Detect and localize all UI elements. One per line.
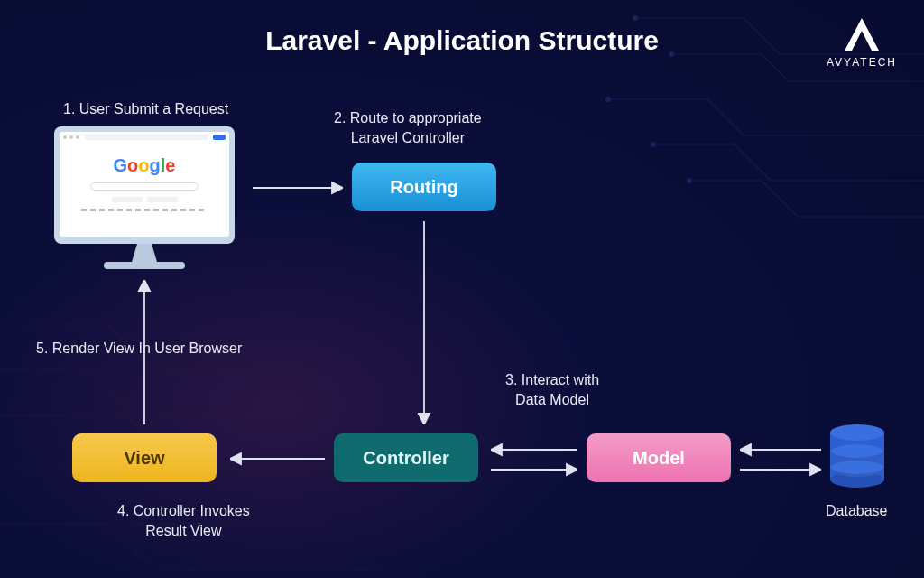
arrow-controller-to-model: [491, 462, 578, 477]
svg-marker-16: [810, 464, 821, 475]
arrow-controller-to-view: [230, 450, 325, 468]
svg-marker-6: [332, 182, 343, 193]
arrow-db-to-model: [740, 443, 821, 457]
arrow-model-to-db: [740, 462, 821, 477]
step-1-label: 1. User Submit a Request: [63, 99, 228, 119]
search-buttons: [112, 197, 178, 202]
user-browser-monitor: Google: [54, 126, 235, 269]
routing-node: Routing: [352, 163, 496, 211]
svg-point-0: [633, 15, 638, 21]
footer-links: [81, 209, 208, 211]
step-2-label: 2. Route to appropriate Laravel Controll…: [334, 108, 482, 147]
svg-point-2: [605, 97, 611, 102]
brand-mark-icon: [841, 16, 882, 52]
search-engine-logo: Google: [114, 155, 176, 176]
view-node: View: [72, 434, 217, 482]
brand-name: AVYATECH: [827, 56, 897, 69]
arrow-model-to-controller: [491, 443, 578, 457]
model-node: Model: [587, 434, 731, 482]
step-4-label: 4. Controller Invokes Result View: [117, 501, 250, 540]
diagram-title: Laravel - Application Structure: [0, 25, 924, 56]
svg-marker-20: [139, 280, 150, 291]
controller-node: Controller: [334, 434, 478, 482]
svg-marker-18: [230, 453, 241, 464]
database-label: Database: [826, 501, 888, 521]
svg-marker-10: [491, 444, 502, 455]
svg-marker-8: [419, 414, 430, 424]
svg-marker-12: [567, 464, 578, 475]
database-icon: [830, 424, 884, 488]
svg-point-3: [651, 142, 656, 147]
browser-chrome-bar: [60, 132, 229, 143]
brand-logo: AVYATECH: [827, 16, 897, 69]
svg-point-4: [687, 178, 692, 183]
arrow-routing-to-controller: [415, 221, 433, 424]
arrow-request-to-routing: [253, 179, 343, 197]
svg-marker-14: [740, 444, 751, 455]
arrow-view-to-browser: [135, 280, 153, 424]
search-bar: [90, 182, 199, 191]
step-3-label: 3. Interact with Data Model: [505, 370, 599, 409]
